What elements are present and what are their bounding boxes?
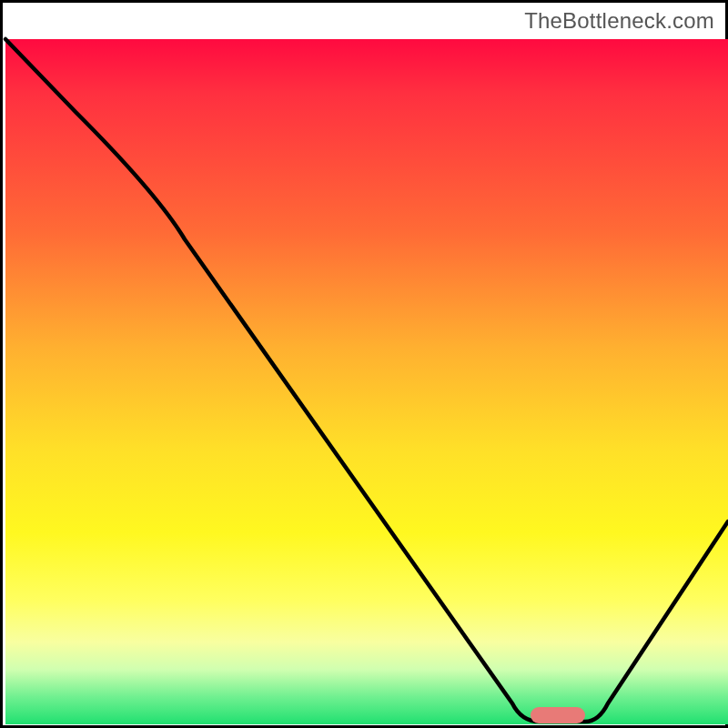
watermark-text: TheBottleneck.com bbox=[524, 8, 714, 34]
minimum-marker bbox=[531, 707, 585, 723]
gradient-background bbox=[5, 39, 728, 724]
chart-frame: TheBottleneck.com bbox=[0, 0, 728, 728]
